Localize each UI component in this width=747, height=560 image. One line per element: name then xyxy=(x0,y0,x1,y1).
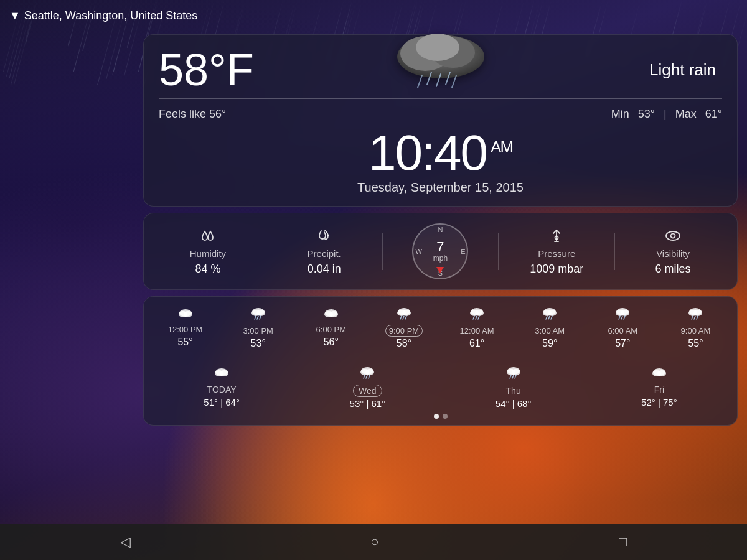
svg-line-29 xyxy=(403,316,404,319)
svg-line-41 xyxy=(548,316,550,319)
hourly-temp-7: 55° xyxy=(688,338,703,349)
top-bar: ▼ Seattle, Washington, United States xyxy=(0,0,747,31)
location-name: Seattle, Washington, United States xyxy=(24,9,198,22)
hourly-icon-5 xyxy=(541,306,558,324)
recent-button[interactable]: □ xyxy=(600,528,646,556)
cloud-illustration xyxy=(385,22,497,97)
pressure-item: Pressure 1009 mbar xyxy=(499,227,614,276)
humidity-label: Humidity xyxy=(190,248,226,259)
svg-line-69 xyxy=(515,375,516,378)
hourly-icon-6 xyxy=(614,306,631,324)
back-button[interactable]: ◁ xyxy=(101,528,149,556)
svg-line-46 xyxy=(619,316,620,319)
wind-speed: 7 xyxy=(433,240,448,254)
hourly-item-6[interactable]: 6:00 AM57° xyxy=(586,306,659,349)
svg-point-18 xyxy=(256,310,265,316)
svg-line-67 xyxy=(510,375,511,378)
hourly-temp-6: 57° xyxy=(615,338,630,349)
home-button[interactable]: ○ xyxy=(352,528,397,556)
daily-temps-3: 52° | 75° xyxy=(641,397,677,408)
svg-point-60 xyxy=(365,369,374,375)
precip-label: Precipit. xyxy=(308,248,341,259)
hourly-icon-2 xyxy=(322,307,340,322)
svg-line-28 xyxy=(400,316,402,319)
precip-icon xyxy=(316,227,332,245)
hourly-time-1: 3:00 PM xyxy=(243,326,273,335)
svg-line-42 xyxy=(551,316,552,319)
svg-line-68 xyxy=(512,375,514,378)
compass-e: E xyxy=(461,248,465,255)
time-display: 10:40AM Tuesday, September 15, 2015 xyxy=(159,123,722,206)
date-text: Tuesday, September 15, 2015 xyxy=(159,180,722,203)
hourly-item-0[interactable]: 12:00 PM55° xyxy=(149,307,222,348)
svg-point-27 xyxy=(402,310,411,316)
hourly-time-4: 12:00 AM xyxy=(460,326,494,335)
dot-2 xyxy=(443,414,448,419)
feels-minmax-row: Feels like 56° Min 53° | Max 61° xyxy=(159,105,722,123)
svg-line-62 xyxy=(366,375,367,378)
svg-line-54 xyxy=(697,316,698,319)
svg-line-52 xyxy=(692,316,693,319)
hourly-item-3[interactable]: 9:00 PM58° xyxy=(367,306,440,349)
daily-label-1: Wed xyxy=(353,386,382,396)
hourly-icon-7 xyxy=(687,306,704,324)
hourly-temp-2: 56° xyxy=(324,337,339,348)
precip-item: Precipit. 0.04 in xyxy=(266,227,382,276)
compass: N S E W 7 mph xyxy=(412,223,468,279)
page-dots xyxy=(149,414,732,419)
daily-item-1[interactable]: Wed53° | 61° xyxy=(294,365,440,409)
svg-line-40 xyxy=(546,316,547,319)
location-arrow: ▼ xyxy=(9,9,21,22)
hourly-time-5: 3:00 AM xyxy=(535,326,565,335)
forecast-card: 12:00 PM55° 3:00 PM53° 6:00 PM56° 9:00 P… xyxy=(143,296,738,426)
hourly-time-7: 9:00 AM xyxy=(681,326,711,335)
humidity-value: 84 % xyxy=(195,263,220,276)
location-label[interactable]: ▼ Seattle, Washington, United States xyxy=(9,9,197,22)
pressure-value: 1009 mbar xyxy=(530,263,583,276)
hourly-time-3: 9:00 PM xyxy=(385,326,423,335)
svg-line-20 xyxy=(257,316,258,319)
daily-item-2[interactable]: Thu54° | 68° xyxy=(441,365,586,409)
svg-line-19 xyxy=(255,316,256,319)
hourly-item-7[interactable]: 9:00 AM55° xyxy=(659,306,732,349)
daily-label-2: Thu xyxy=(506,386,521,396)
hourly-item-1[interactable]: 3:00 PM53° xyxy=(222,306,294,349)
daily-icon-3 xyxy=(651,366,668,382)
hourly-icon-1 xyxy=(250,306,267,324)
weather-details-card: Humidity 84 % Precipit. 0.04 in xyxy=(143,213,738,290)
daily-item-0[interactable]: TODAY51° | 64° xyxy=(149,366,294,408)
svg-line-61 xyxy=(364,375,365,378)
min-value: 53° xyxy=(638,108,655,121)
humidity-item: Humidity 84 % xyxy=(150,227,266,276)
svg-point-15 xyxy=(184,311,192,317)
max-label: Max xyxy=(675,108,697,121)
humidity-icon xyxy=(200,227,216,245)
hourly-time-0: 12:00 PM xyxy=(168,325,203,334)
svg-line-35 xyxy=(476,316,477,319)
compass-n: N xyxy=(438,226,443,233)
svg-point-11 xyxy=(666,231,680,240)
svg-line-30 xyxy=(405,316,406,319)
svg-point-33 xyxy=(475,310,484,316)
current-weather-card: 58°F Light rain Feels like 56° Min 53° |… xyxy=(143,34,738,207)
details-row: Humidity 84 % Precipit. 0.04 in xyxy=(150,223,731,279)
svg-point-3 xyxy=(416,34,459,61)
main-content: 58°F Light rain Feels like 56° Min 53° |… xyxy=(143,34,738,523)
hourly-item-2[interactable]: 6:00 PM56° xyxy=(294,307,367,348)
svg-point-66 xyxy=(512,369,520,375)
min-max: Min 53° | Max 61° xyxy=(611,108,722,121)
hourly-item-4[interactable]: 12:00 AM61° xyxy=(441,306,514,349)
wind-item: N S E W 7 mph xyxy=(383,223,499,279)
svg-line-36 xyxy=(478,316,479,319)
daily-item-3[interactable]: Fri52° | 75° xyxy=(586,366,732,408)
svg-line-34 xyxy=(473,316,474,319)
compass-arrow xyxy=(436,267,444,273)
visibility-item: Visibility 6 miles xyxy=(615,227,731,276)
feels-like: Feels like 56° xyxy=(159,108,226,121)
daily-temps-2: 54° | 68° xyxy=(496,398,532,409)
daily-label-0: TODAY xyxy=(207,385,237,394)
svg-line-53 xyxy=(694,316,695,319)
hourly-item-5[interactable]: 3:00 AM59° xyxy=(514,306,586,349)
daily-icon-2 xyxy=(505,365,522,383)
divider-1 xyxy=(159,98,722,99)
